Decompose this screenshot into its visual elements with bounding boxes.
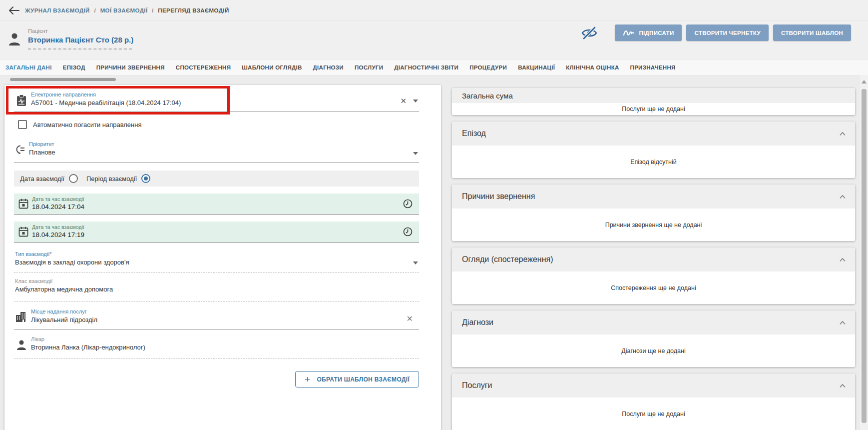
- sign-button[interactable]: ПІДПИСАТИ: [615, 24, 682, 41]
- building-icon: [15, 312, 26, 322]
- date-mode-radio-date[interactable]: [69, 174, 78, 183]
- back-arrow-icon[interactable]: [8, 6, 20, 16]
- scrollbar-up-arrow-icon[interactable]: [862, 80, 867, 84]
- chevron-up-icon[interactable]: [839, 194, 846, 199]
- datetime-start-field[interactable]: Дата та час взаємодії 18.04.2024 17:04: [14, 194, 419, 214]
- create-template-label: СТВОРИТИ ШАБЛОН: [781, 30, 843, 36]
- breadcrumb-my-interactions[interactable]: МОЇ ВЗАЄМОДІЇ: [100, 8, 148, 14]
- summary-card-services: Послуги Послуги ще не додані: [452, 374, 855, 430]
- interaction-class-field: Клас взаємодії Амбулаторна медична допом…: [14, 272, 419, 302]
- interaction-type-value: Взаємодія в закладі охорони здоров'я: [15, 258, 419, 266]
- tab-diagnostic-reports[interactable]: ДІАГНОСТИЧНІ ЗВІТИ: [394, 64, 458, 70]
- patient-name-underline: [28, 48, 132, 50]
- patient-name[interactable]: Вторинка Пацієнт Сто (28 р.): [28, 36, 133, 44]
- summary-card-title: Діагнози: [462, 318, 839, 327]
- electronic-referral-field[interactable]: Електронне направлення А57001 - Медична …: [14, 85, 419, 112]
- priority-dropdown-caret-icon[interactable]: [413, 152, 418, 155]
- priority-icon: [14, 144, 25, 155]
- patient-person-icon: [8, 32, 21, 46]
- interaction-form-card: Електронне направлення А57001 - Медична …: [4, 85, 441, 430]
- datetime-start-label: Дата та час взаємодії: [32, 196, 419, 202]
- summary-card-body: Причини звернення ще не додані: [452, 208, 855, 241]
- interaction-type-field[interactable]: Тип взаємодії* Взаємодія в закладі охоро…: [14, 246, 419, 272]
- tab-diagnoses[interactable]: ДІАГНОЗИ: [313, 64, 344, 70]
- calendar-icon: [18, 226, 28, 237]
- clock-icon[interactable]: [403, 227, 413, 236]
- summary-card-header[interactable]: Епізод: [452, 122, 855, 146]
- priority-field[interactable]: Пріоритет Планове: [14, 136, 419, 162]
- date-mode-radio-period[interactable]: [141, 174, 150, 183]
- breadcrumb-journal[interactable]: ЖУРНАЛ ВЗАЄМОДІЙ: [25, 8, 90, 14]
- choose-interaction-template-button[interactable]: + ОБРАТИ ШАБЛОН ВЗАЄМОДІЇ: [295, 371, 419, 388]
- summary-card-title: Послуги: [462, 381, 839, 390]
- tab-vaccinations[interactable]: ВАКЦИНАЦІЇ: [518, 64, 555, 70]
- scrollbar-thumb[interactable]: [862, 89, 867, 423]
- create-draft-label: СТВОРИТИ ЧЕРНЕТКУ: [694, 30, 760, 36]
- datetime-end-field[interactable]: Дата та час взаємодії 18.04.2024 17:19: [14, 222, 419, 242]
- summary-card-header[interactable]: Огляди (спостереження): [452, 248, 855, 272]
- tab-prescriptions[interactable]: ПРИЗНАЧЕННЯ: [630, 64, 676, 70]
- tab-episode[interactable]: ЕПІЗОД: [63, 64, 85, 70]
- summary-card-header[interactable]: Загальна сума: [452, 88, 855, 103]
- tab-observations[interactable]: СПОСТЕРЕЖЕННЯ: [176, 64, 231, 70]
- summary-card-referral-reasons: Причини звернення Причини звернення ще н…: [452, 184, 855, 241]
- tab-general-data[interactable]: ЗАГАЛЬНІ ДАНІ: [5, 64, 52, 70]
- create-draft-button[interactable]: СТВОРИТИ ЧЕРНЕТКУ: [686, 24, 768, 41]
- interaction-type-caret-icon[interactable]: [413, 262, 418, 264]
- breadcrumb: ЖУРНАЛ ВЗАЄМОДІЙ / МОЇ ВЗАЄМОДІЇ / ПЕРЕГ…: [25, 8, 229, 14]
- choose-interaction-template-label: ОБРАТИ ШАБЛОН ВЗАЄМОДІЇ: [317, 376, 410, 383]
- chevron-up-icon[interactable]: [839, 132, 846, 136]
- summary-card-header[interactable]: Діагнози: [452, 310, 855, 334]
- signature-icon: [623, 29, 635, 36]
- summary-card-header[interactable]: Причини звернення: [452, 184, 855, 208]
- auto-redeem-row: Автоматично погасити направлення: [18, 120, 419, 129]
- empty-state-text: Послуги ще не додані: [622, 410, 685, 418]
- referral-dropdown-caret-icon[interactable]: [413, 100, 418, 102]
- summary-card-body: Послуги ще не додані: [452, 103, 855, 115]
- auto-redeem-checkbox[interactable]: [18, 120, 27, 129]
- breadcrumb-separator: /: [149, 8, 156, 14]
- clock-icon[interactable]: [403, 199, 413, 208]
- summary-card-header[interactable]: Послуги: [452, 374, 855, 398]
- plus-icon: +: [305, 374, 310, 384]
- interaction-type-label: Тип взаємодії*: [15, 251, 419, 257]
- priority-value: Планове: [29, 148, 419, 156]
- vertical-scrollbar[interactable]: [860, 75, 868, 430]
- service-place-label: Місце надання послуг: [31, 308, 419, 314]
- tab-procedures[interactable]: ПРОЦЕДУРИ: [469, 64, 507, 70]
- sign-button-label: ПІДПИСАТИ: [639, 30, 674, 36]
- service-place-clear-icon[interactable]: ✕: [407, 315, 413, 323]
- referral-value: А57001 - Медична реабілітація (18.04.202…: [31, 99, 419, 106]
- create-template-button[interactable]: СТВОРИТИ ШАБЛОН: [773, 24, 851, 41]
- date-mode-radio-group: Дата взаємодії Період взаємодії: [14, 170, 419, 186]
- service-place-field[interactable]: Місце надання послуг Лікувальний підрозд…: [14, 302, 419, 330]
- summary-card-body: Спостереження ще не додані: [452, 272, 855, 304]
- referral-clear-icon[interactable]: ✕: [400, 97, 407, 104]
- empty-state-text: Діагнози ще не додані: [621, 348, 685, 354]
- interaction-class-value: Амбулаторна медична допомога: [15, 286, 419, 293]
- chevron-up-icon[interactable]: [839, 320, 846, 325]
- doctor-field: Лікар Вторинна Ланка (Лікар-ендокринолог…: [14, 330, 419, 359]
- tab-referral-reasons[interactable]: ПРИЧИНИ ЗВЕРНЕННЯ: [96, 64, 165, 70]
- eye-off-icon[interactable]: [580, 26, 598, 40]
- summary-card-observations: Огляди (спостереження) Спостереження ще …: [452, 248, 855, 304]
- interaction-class-label: Клас взаємодії: [15, 278, 419, 284]
- tabs-horizontal-scrollbar-thumb[interactable]: [10, 78, 116, 81]
- header-actions: ПІДПИСАТИ СТВОРИТИ ЧЕРНЕТКУ СТВОРИТИ ШАБ…: [580, 24, 851, 41]
- patient-label: Пацієнт: [28, 28, 133, 34]
- tab-exam-templates[interactable]: ШАБЛОНИ ОГЛЯДІВ: [242, 64, 302, 70]
- auto-redeem-label: Автоматично погасити направлення: [33, 121, 142, 128]
- chevron-up-icon[interactable]: [839, 258, 846, 262]
- patient-block: Пацієнт Вторинка Пацієнт Сто (28 р.): [8, 28, 133, 50]
- datetime-start-value: 18.04.2024 17:04: [32, 203, 419, 210]
- tab-bar: ЗАГАЛЬНІ ДАНІЕПІЗОДПРИЧИНИ ЗВЕРНЕННЯСПОС…: [0, 59, 868, 76]
- summary-card-title: Епізод: [462, 129, 839, 138]
- service-place-value: Лікувальний підрозділ: [31, 316, 419, 324]
- tab-services[interactable]: ПОСЛУГИ: [355, 64, 383, 70]
- tab-clinical-assessment[interactable]: КЛІНІЧНА ОЦІНКА: [566, 64, 619, 70]
- chevron-up-icon[interactable]: [839, 384, 846, 388]
- date-mode-option-label: Дата взаємодії: [20, 175, 64, 182]
- empty-state-text: Причини звернення ще не додані: [605, 222, 702, 228]
- doctor-person-icon: [16, 340, 26, 350]
- summary-card-body: Епізод відсутній: [452, 146, 855, 178]
